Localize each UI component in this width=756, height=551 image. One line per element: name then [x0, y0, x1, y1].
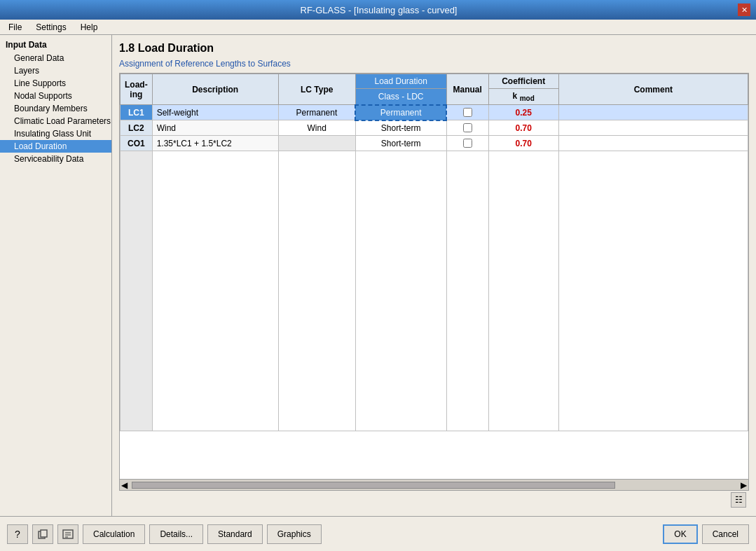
- row-label-lc1: LC1: [121, 105, 153, 120]
- cell-lc2-ldc[interactable]: Short-term: [355, 120, 446, 136]
- bottom-right-area: ☷: [119, 491, 749, 509]
- sidebar: Input Data General Data Layers Line Supp…: [0, 35, 112, 516]
- menu-file[interactable]: File: [3, 21, 27, 34]
- col-header-e-top: Coefficient: [488, 74, 558, 89]
- sidebar-item-serviceability[interactable]: Serviceability Data: [0, 153, 111, 165]
- cell-lc2-type[interactable]: Wind: [278, 120, 355, 136]
- details-button[interactable]: Details...: [149, 524, 203, 544]
- assignment-label: Assignment of Reference Lengths to Surfa…: [119, 59, 749, 69]
- spreadsheet-icon[interactable]: ☷: [731, 492, 746, 508]
- horizontal-scrollbar[interactable]: ◀ ▶: [119, 480, 749, 491]
- row-label-lc2: LC2: [121, 120, 153, 136]
- export-icon: [62, 529, 74, 540]
- bottom-toolbar: ? Calculation Details... Standard Graphi…: [0, 516, 756, 551]
- scroll-thumb[interactable]: [132, 482, 615, 489]
- sidebar-item-insulating-glass[interactable]: Insulating Glass Unit: [0, 127, 111, 140]
- col-header-d: Manual: [446, 74, 488, 105]
- sidebar-item-nodal-supports[interactable]: Nodal Supports: [0, 90, 111, 102]
- content-area: 1.8 Load Duration Assignment of Referenc…: [112, 35, 756, 516]
- cell-lc2-manual[interactable]: [446, 120, 488, 136]
- main-container: Input Data General Data Layers Line Supp…: [0, 35, 756, 516]
- standard-button[interactable]: Standard: [207, 524, 263, 544]
- checkbox-co1[interactable]: [463, 139, 472, 148]
- data-table: Load-ing Description LC Type Load Durati…: [120, 74, 748, 431]
- cell-co1-comment[interactable]: [558, 136, 748, 151]
- window-title: RF-GLASS - [Insulating glass - curved]: [20, 5, 738, 15]
- scroll-left-arrow[interactable]: ◀: [120, 480, 129, 490]
- sidebar-item-boundary-members[interactable]: Boundary Members: [0, 102, 111, 115]
- cell-lc1-comment[interactable]: [558, 105, 748, 120]
- cell-lc2-desc[interactable]: Wind: [152, 120, 278, 136]
- col-header-a: Description: [152, 74, 278, 105]
- menu-bar: File Settings Help: [0, 20, 756, 35]
- toolbar-right: OK Cancel: [663, 524, 749, 544]
- checkbox-lc1[interactable]: [463, 108, 472, 117]
- col-header-f: Comment: [558, 74, 748, 105]
- table-container: Load-ing Description LC Type Load Durati…: [119, 73, 749, 480]
- sidebar-item-general-data[interactable]: General Data: [0, 52, 111, 64]
- close-button[interactable]: ✕: [738, 4, 750, 16]
- section-title: 1.8 Load Duration: [119, 42, 749, 55]
- col-header-c-bot: Class - LDC: [355, 89, 446, 105]
- cell-co1-desc[interactable]: 1.35*LC1 + 1.5*LC2: [152, 136, 278, 151]
- help-icon-button[interactable]: ?: [7, 524, 28, 544]
- sidebar-item-layers[interactable]: Layers: [0, 64, 111, 77]
- menu-help[interactable]: Help: [75, 21, 104, 34]
- cell-lc1-manual[interactable]: [446, 105, 488, 120]
- copy-icon-button[interactable]: [32, 524, 53, 544]
- cell-co1-ldc[interactable]: Short-term: [355, 136, 446, 151]
- cell-lc1-type[interactable]: Permanent: [278, 105, 355, 120]
- copy-icon: [37, 529, 48, 540]
- table-row[interactable]: LC2 Wind Wind Short-term 0.70: [121, 120, 748, 136]
- svg-rect-1: [41, 530, 47, 537]
- sidebar-item-climatic-load[interactable]: Climatic Load Parameters: [0, 115, 111, 127]
- sidebar-section-input-data: Input Data: [0, 38, 111, 52]
- cell-lc2-kmod: 0.70: [488, 120, 558, 136]
- toolbar-center: Calculation Details... Standard Graphics: [83, 524, 659, 544]
- scroll-right-arrow[interactable]: ▶: [739, 480, 748, 490]
- toolbar-left: ?: [7, 524, 78, 544]
- export-icon-button[interactable]: [57, 524, 78, 544]
- col-header-b: LC Type: [278, 74, 355, 105]
- sidebar-item-load-duration[interactable]: Load Duration: [0, 140, 111, 153]
- cell-lc1-kmod: 0.25: [488, 105, 558, 120]
- col-header-e-bot: k mod: [488, 89, 558, 105]
- col-header-row: Load-ing: [121, 74, 153, 105]
- cell-co1-kmod: 0.70: [488, 136, 558, 151]
- table-row[interactable]: LC1 Self-weight Permanent Permanent 0.25: [121, 105, 748, 120]
- scroll-track: [132, 482, 736, 489]
- cancel-button[interactable]: Cancel: [702, 524, 749, 544]
- table-row[interactable]: CO1 1.35*LC1 + 1.5*LC2 Short-term 0.70: [121, 136, 748, 151]
- title-bar: RF-GLASS - [Insulating glass - curved] ✕: [0, 0, 756, 20]
- sidebar-item-line-supports[interactable]: Line Supports: [0, 77, 111, 90]
- checkbox-lc2[interactable]: [463, 123, 472, 132]
- row-label-co1: CO1: [121, 136, 153, 151]
- cell-lc2-comment[interactable]: [558, 120, 748, 136]
- graphics-button[interactable]: Graphics: [267, 524, 322, 544]
- cell-co1-manual[interactable]: [446, 136, 488, 151]
- menu-settings[interactable]: Settings: [30, 21, 71, 34]
- ok-button[interactable]: OK: [663, 524, 697, 544]
- cell-co1-type[interactable]: [278, 136, 355, 151]
- calculation-button[interactable]: Calculation: [83, 524, 145, 544]
- cell-lc1-ldc[interactable]: Permanent: [355, 105, 446, 120]
- col-header-c-top: Load Duration: [355, 74, 446, 89]
- cell-lc1-desc[interactable]: Self-weight: [152, 105, 278, 120]
- empty-rows: [121, 151, 748, 431]
